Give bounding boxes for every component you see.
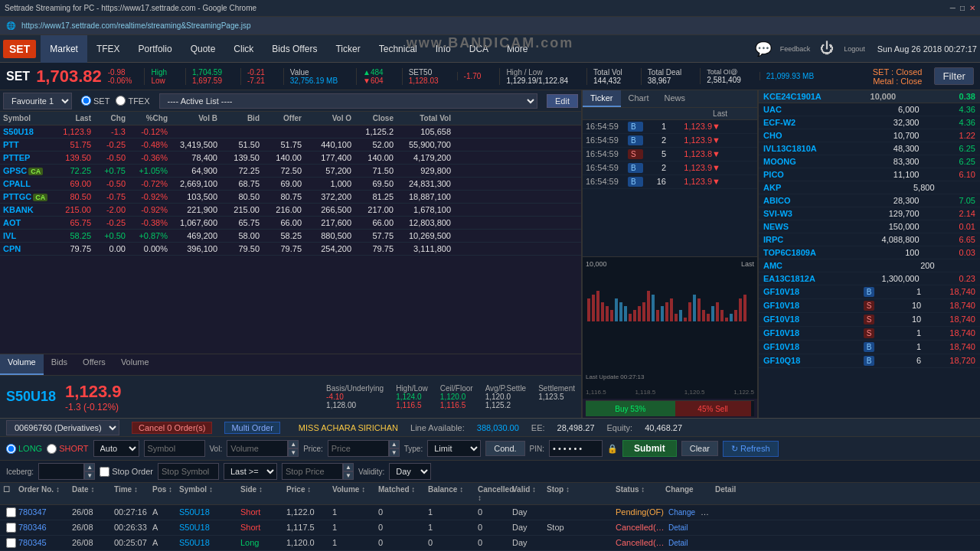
right-symbol-row[interactable]: IRPC 4,088,800 6.65 <box>759 233 980 246</box>
tab-bids[interactable]: Bids <box>44 354 75 375</box>
action-change[interactable]: Change <box>665 507 698 517</box>
nav-more[interactable]: More <box>498 35 537 63</box>
right-symbol-row[interactable]: CHO 10,700 1.22 <box>759 129 980 142</box>
nav-market[interactable]: Market <box>41 35 87 63</box>
nav-bids-offers[interactable]: Bids Offers <box>263 35 326 63</box>
right-symbol-row[interactable]: UAC 6,000 4.36 <box>759 103 980 116</box>
cond-button[interactable]: Cond. <box>485 441 524 456</box>
filter-button[interactable]: Filter <box>934 67 974 85</box>
order-checkbox[interactable] <box>6 507 16 517</box>
svg-rect-31 <box>725 318 728 321</box>
last-gte-select[interactable]: Last >= <box>224 463 277 480</box>
stop-order-checkbox-label[interactable]: Stop Order <box>100 467 153 477</box>
radio-set[interactable]: SET <box>81 96 109 106</box>
tab-ticker[interactable]: Ticker <box>583 90 621 107</box>
gf-symbol-row[interactable]: GF10V18 B 1 18,740 <box>759 285 980 299</box>
watchlist-row[interactable]: GPSCCA 72.25 +0.75 +1.05% 64,900 72.25 7… <box>0 165 581 178</box>
nav-dca[interactable]: DCA <box>460 35 498 63</box>
nav-click[interactable]: Click <box>224 35 263 63</box>
type-select[interactable]: Limit <box>427 440 481 457</box>
stop-price-input[interactable] <box>282 463 343 480</box>
tab-chart[interactable]: Chart <box>621 90 657 107</box>
url-display[interactable]: https://www17.settrade.com/realtime/stre… <box>21 21 251 30</box>
stop-symbol-input[interactable] <box>158 463 219 480</box>
action-detail[interactable]: Detail <box>701 507 715 517</box>
refresh-button[interactable]: ↻ Refresh <box>723 441 779 457</box>
favourite-select[interactable]: Favourite 1 <box>3 93 72 109</box>
right-symbol-row[interactable]: AKP 5,800 <box>759 181 980 194</box>
price-input[interactable] <box>328 440 389 457</box>
iceberg-up-btn[interactable]: ▲ <box>84 463 95 471</box>
feedback-button[interactable]: 💬 <box>753 38 774 60</box>
watchlist-row[interactable]: PTTEP 139.50 -0.50 -0.36% 78,400 139.50 … <box>0 152 581 165</box>
nav-quote[interactable]: Quote <box>181 35 225 63</box>
watchlist-row[interactable]: KBANK 215.00 -2.00 -0.92% 221,900 215.00… <box>0 204 581 217</box>
pin-input[interactable] <box>549 440 603 457</box>
gf-symbol-row[interactable]: GF10V18 B 1 18,740 <box>759 341 980 354</box>
multi-order-button[interactable]: Multi Order <box>224 422 279 434</box>
nav-technical[interactable]: Technical <box>370 35 426 63</box>
watchlist-row[interactable]: PTT 51.75 -0.25 -0.48% 3,419,500 51.50 5… <box>0 139 581 152</box>
stop-price-dn-btn[interactable]: ▼ <box>343 471 354 480</box>
gf-symbol-row[interactable]: GF10V18 S 1 18,740 <box>759 327 980 341</box>
tab-volume[interactable]: Volume <box>0 354 44 375</box>
nav-info[interactable]: Info <box>426 35 460 63</box>
total-vol: 144,432 <box>593 77 621 85</box>
radio-tfex[interactable]: TFEX <box>116 96 149 106</box>
price-dn-btn[interactable]: ▼ <box>389 448 400 457</box>
vol-up-btn[interactable]: ▲ <box>288 440 299 448</box>
iceberg-dn-btn[interactable]: ▼ <box>84 471 95 480</box>
action-detail[interactable]: Detail <box>665 538 691 548</box>
tab-news[interactable]: News <box>656 90 693 107</box>
right-symbol-row[interactable]: MOONG 83,300 6.25 <box>759 155 980 168</box>
order-checkbox[interactable] <box>6 538 16 548</box>
right-symbol-row[interactable]: TOP6C1809A 100 0.03 <box>759 246 980 259</box>
auto-select[interactable]: Auto <box>93 440 139 457</box>
iceberg-input[interactable] <box>38 463 84 480</box>
nav-portfolio[interactable]: Portfolio <box>129 35 181 63</box>
volume-input[interactable] <box>227 440 288 457</box>
selected-symbol[interactable]: S50U18 <box>6 389 56 405</box>
order-form: LONG SHORT Auto Vol: ▲ ▼ Price: <box>0 437 980 461</box>
watchlist-row[interactable]: PTTGCCA 80.50 -0.75 -0.92% 103,500 80.50… <box>0 191 581 204</box>
stop-order-checkbox[interactable] <box>100 467 109 477</box>
gf-symbol-row[interactable]: GF10V18 S 10 18,740 <box>759 299 980 313</box>
watchlist-row[interactable]: S50U18 1,123.9 -1.3 -0.12% 1,125.2 105,6… <box>0 126 581 139</box>
gf-symbol-row[interactable]: GF10Q18 B 6 18,720 <box>759 354 980 368</box>
watchlist-row[interactable]: AOT 65.75 -0.25 -0.38% 1,067,600 65.75 6… <box>0 217 581 230</box>
vol-dn-btn[interactable]: ▼ <box>288 448 299 457</box>
right-symbol-row[interactable]: PICO 11,100 6.10 <box>759 168 980 181</box>
nav-ticker[interactable]: Ticker <box>326 35 369 63</box>
watchlist-row[interactable]: CPALL 69.00 -0.50 -0.72% 2,669,100 68.75… <box>0 178 581 191</box>
right-symbol-row[interactable]: IVL13C1810A 48,300 6.25 <box>759 142 980 155</box>
cancel-orders-button[interactable]: Cancel 0 Order(s) <box>132 422 212 434</box>
gf-symbol-row[interactable]: GF10V18 S 10 18,740 <box>759 313 980 327</box>
validity-select[interactable]: Day <box>389 463 431 480</box>
active-list-select[interactable]: ---- Active List ---- <box>159 93 538 109</box>
watchlist-row[interactable]: CPN 79.75 0.00 0.00% 396,100 79.50 79.75… <box>0 243 581 256</box>
right-symbol-row[interactable]: EA13C1812A 1,300,000 0.23 <box>759 272 980 285</box>
right-symbol-row[interactable]: ABICO 28,300 7.05 <box>759 194 980 207</box>
short-radio[interactable]: SHORT <box>47 444 88 454</box>
watchlist-row[interactable]: IVL 58.25 +0.50 +0.87% 469,200 58.00 58.… <box>0 230 581 243</box>
right-symbol-row[interactable]: ECF-W2 32,300 4.36 <box>759 116 980 129</box>
account-select[interactable]: 00696760 (Derivatives) <box>6 420 119 435</box>
submit-button[interactable]: Submit <box>622 440 677 457</box>
symbol-input[interactable] <box>144 440 205 457</box>
logout-button[interactable]: ⏻ <box>816 38 838 60</box>
right-symbol-row[interactable]: SVI-W3 129,700 2.14 <box>759 207 980 220</box>
stop-price-up-btn[interactable]: ▲ <box>343 463 354 471</box>
sell-bar[interactable]: 45% Sell <box>675 401 751 416</box>
price-up-btn[interactable]: ▲ <box>389 440 400 448</box>
buy-bar[interactable]: Buy 53% <box>586 401 675 416</box>
clear-button[interactable]: Clear <box>681 441 718 456</box>
edit-button[interactable]: Edit <box>547 94 578 108</box>
tab-volume2[interactable]: Volume <box>113 354 157 375</box>
order-checkbox[interactable] <box>6 523 16 533</box>
action-detail[interactable]: Detail <box>665 523 691 533</box>
right-symbol-row[interactable]: NEWS 150,000 0.01 <box>759 220 980 233</box>
tab-offers[interactable]: Offers <box>75 354 113 375</box>
nav-tfex[interactable]: TFEX <box>87 35 129 63</box>
right-symbol-row[interactable]: AMC 200 <box>759 259 980 272</box>
long-radio[interactable]: LONG <box>6 444 42 454</box>
